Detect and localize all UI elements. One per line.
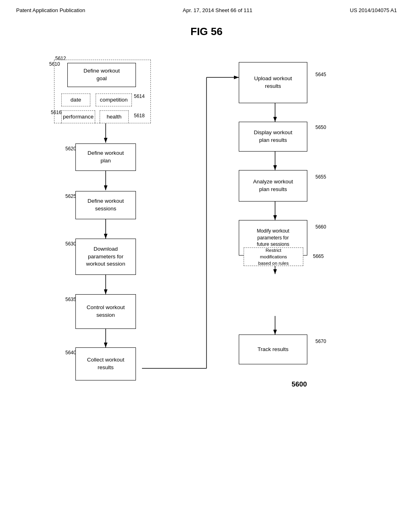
box-track: Track results [239, 335, 307, 364]
box-date: date [61, 94, 90, 106]
box-define-plan: Define workout plan [75, 143, 136, 171]
box-competition: competition [96, 94, 132, 106]
label-5670: 5670 [315, 339, 326, 344]
header-left: Patent Application Publication [16, 7, 85, 13]
label-5635: 5635 [65, 297, 76, 302]
label-5665: 5665 [313, 254, 324, 259]
box-restrict: Restrict modifications based on rules [244, 247, 303, 266]
box-collect: Collect workout results [75, 347, 136, 380]
box-control: Control workout session [75, 294, 136, 329]
label-5620: 5620 [65, 146, 76, 152]
figure-title: FIG 56 [0, 25, 413, 38]
box-define-goal: Define workout goal [67, 63, 136, 87]
box-display: Display workout plan results [239, 122, 307, 152]
header-middle: Apr. 17, 2014 Sheet 66 of 111 [183, 7, 252, 13]
label-5645: 5645 [315, 72, 326, 77]
label-5630: 5630 [65, 241, 76, 247]
label-5618: 5618 [134, 113, 145, 118]
label-5640: 5640 [65, 350, 76, 355]
label-5616: 5616 [51, 110, 62, 115]
box-upload: Upload workout results [239, 62, 307, 103]
box-define-sessions: Define workout sessions [75, 191, 136, 219]
label-5660: 5660 [315, 224, 326, 230]
box-download: Download parameters for workout session [75, 239, 136, 275]
diagram: 5610 5612 Define workout goal date compe… [25, 50, 388, 485]
box-performance: performance [61, 110, 95, 123]
label-5650: 5650 [315, 125, 326, 130]
box-analyze: Analyze workout plan results [239, 170, 307, 202]
label-5625: 5625 [65, 193, 76, 199]
label-5614: 5614 [134, 94, 145, 99]
page-header: Patent Application Publication Apr. 17, … [0, 0, 413, 13]
label-5655: 5655 [315, 174, 326, 180]
box-health: health [100, 110, 129, 123]
header-right: US 2014/104075 A1 [350, 7, 397, 13]
